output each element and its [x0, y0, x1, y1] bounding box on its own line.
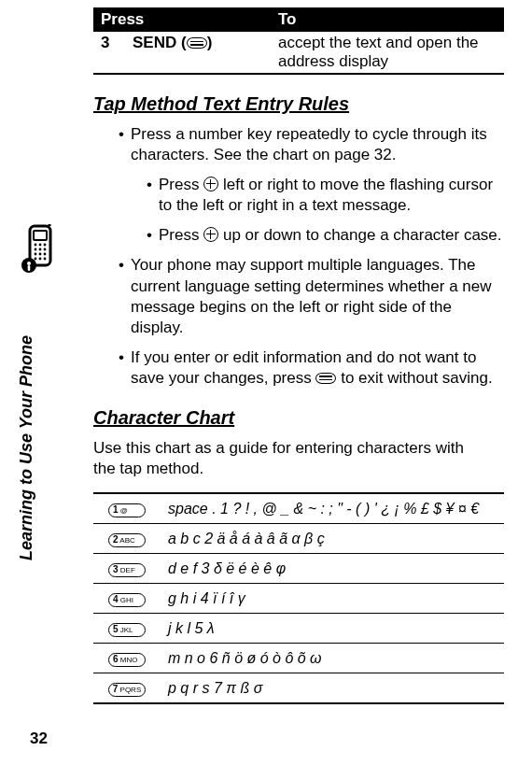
step-command: SEND (): [125, 32, 271, 74]
table-row: 3 SEND () accept the text and open the a…: [93, 32, 504, 74]
nav-icon: [203, 227, 218, 242]
heading-tap-method: Tap Method Text Entry Rules: [93, 93, 504, 115]
nav-icon: [203, 177, 218, 191]
heading-character-chart: Character Chart: [93, 407, 504, 429]
svg-point-6: [35, 248, 37, 251]
table-row: 2 ABCa b c 2 ä å á à â ã α β ç: [93, 524, 504, 554]
list-item: • Your phone may support multiple langua…: [112, 255, 504, 337]
svg-rect-17: [28, 265, 31, 271]
key-characters: j k l 5 λ: [161, 614, 504, 644]
phone-info-icon: [19, 224, 61, 279]
key-characters: d e f 3 δ ë é è ê φ: [161, 554, 504, 584]
key-button-cell: 2 ABC: [93, 524, 161, 554]
table-row: 3 DEFd e f 3 δ ë é è ê φ: [93, 554, 504, 584]
svg-point-8: [44, 248, 47, 251]
menu-icon: [315, 373, 336, 384]
keypad-key-icon: 7 PQRS: [108, 683, 146, 697]
keypad-key-icon: 3 DEF: [108, 563, 146, 577]
press-to-table: Press To 3 SEND () accept the text and o…: [93, 7, 504, 75]
keypad-key-icon: 1 @: [108, 503, 146, 517]
table-row: 5 JKLj k l 5 λ: [93, 614, 504, 644]
bullet-list: • Press a number key repeatedly to cycle…: [112, 124, 504, 389]
keypad-key-icon: 2 ABC: [108, 533, 146, 547]
table-row: 7 PQRSp q r s 7 π ß σ: [93, 673, 504, 704]
keypad-key-icon: 5 JKL: [108, 623, 146, 637]
key-characters: a b c 2 ä å á à â ã α β ç: [161, 524, 504, 554]
svg-point-16: [27, 262, 31, 265]
key-button-cell: 1 @: [93, 493, 161, 524]
svg-point-13: [39, 258, 42, 261]
press-to-header-press: Press: [93, 7, 271, 32]
step-index: 3: [93, 32, 125, 74]
key-characters: space . 1 ? ! , @ _ & ~ : ; " - ( ) ' ¿ …: [161, 493, 504, 524]
table-row: 6 MNOm n o 6 ñ ö ø ó ò ô õ ω: [93, 644, 504, 673]
page-number: 32: [30, 730, 48, 748]
svg-point-14: [44, 258, 47, 261]
keypad-key-icon: 6 MNO: [108, 653, 146, 667]
key-button-cell: 3 DEF: [93, 554, 161, 584]
svg-point-12: [35, 258, 37, 261]
key-button-cell: 6 MNO: [93, 644, 161, 673]
step-description: accept the text and open the address dis…: [271, 32, 504, 74]
svg-point-5: [44, 244, 47, 247]
character-chart-table: 1 @space . 1 ? ! , @ _ & ~ : ; " - ( ) '…: [93, 492, 504, 704]
key-characters: p q r s 7 π ß σ: [161, 673, 504, 704]
sidebar-section-label: Learning to Use Your Phone: [17, 335, 36, 560]
list-item: • Press left or right to move the flashi…: [140, 175, 504, 216]
keypad-key-icon: 4 GHI: [108, 593, 146, 607]
svg-point-11: [44, 253, 47, 256]
table-row: 1 @space . 1 ? ! , @ _ & ~ : ; " - ( ) '…: [93, 493, 504, 524]
list-item: • If you enter or edit information and d…: [112, 347, 504, 389]
key-characters: g h i 4 ï í î γ: [161, 584, 504, 614]
list-item: • Press up or down to change a character…: [140, 225, 504, 246]
menu-icon: [187, 37, 207, 49]
key-button-cell: 5 JKL: [93, 614, 161, 644]
svg-rect-1: [34, 231, 47, 240]
svg-point-7: [39, 248, 42, 251]
list-item: • Press a number key repeatedly to cycle…: [112, 124, 504, 165]
key-button-cell: 4 GHI: [93, 584, 161, 614]
press-to-header-to: To: [271, 7, 504, 32]
table-row: 4 GHIg h i 4 ï í î γ: [93, 584, 504, 614]
svg-point-4: [39, 244, 42, 247]
chart-intro: Use this chart as a guide for entering c…: [93, 438, 485, 479]
svg-point-10: [39, 253, 42, 256]
key-button-cell: 7 PQRS: [93, 673, 161, 704]
svg-point-3: [35, 244, 37, 247]
key-characters: m n o 6 ñ ö ø ó ò ô õ ω: [161, 644, 504, 673]
svg-point-9: [35, 253, 37, 256]
